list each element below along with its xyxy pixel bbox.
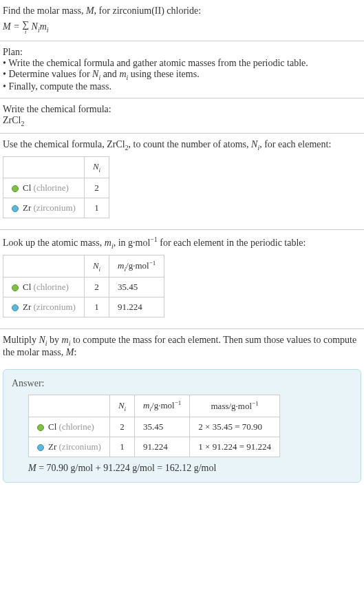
col-mass: mass/g·mol−1 xyxy=(190,395,280,417)
col-element xyxy=(3,157,85,178)
plan-section: Plan: • Write the chemical formula and g… xyxy=(0,41,364,98)
step3-a: Look up the atomic mass, xyxy=(3,238,105,248)
plan-bullet-1: • Write the chemical formula and gather … xyxy=(3,58,361,69)
formula-base: ZrCl xyxy=(3,115,21,125)
var-Ni-2: Ni xyxy=(251,139,259,149)
plan-b2-b: and xyxy=(100,69,119,79)
table-row: Cl (chlorine) 2 35.45 2 × 35.45 = 70.90 xyxy=(29,417,280,437)
var-M-2: M xyxy=(66,347,74,357)
intro-line1b: , for zirconium(II) chloride: xyxy=(94,6,202,16)
elem-name: (chlorine) xyxy=(34,282,69,292)
plan-bullet-3: • Finally, compute the mass. xyxy=(3,81,361,92)
formula-m-sub: i xyxy=(47,26,49,34)
answer-table: Ni mi/g·mol−1 mass/g·mol−1 Cl (chlorine)… xyxy=(28,395,280,457)
element-dot-icon xyxy=(12,185,19,192)
step4-a: Multiply xyxy=(3,335,39,345)
col-n: Ni xyxy=(84,255,109,278)
step3-sup: −1 xyxy=(150,236,157,243)
intro-section: Find the molar mass, M, for zirconium(II… xyxy=(0,0,364,41)
elem-symbol: Zr xyxy=(48,441,56,452)
final-result: M = 70.90 g/mol + 91.224 g/mol = 162.12 … xyxy=(28,463,352,474)
step2-b: , to count the number of atoms, xyxy=(129,139,251,149)
table-row: Zr (zirconium) 1 xyxy=(3,198,109,218)
cell-mass: 1 × 91.224 = 91.224 xyxy=(190,437,280,457)
var-mi-2: mi xyxy=(105,238,114,248)
intro-line1: Find the molar mass, xyxy=(3,6,86,16)
sigma-index: i xyxy=(22,29,29,35)
atomic-mass-table: Ni mi/g·mol−1 Cl (chlorine) 2 35.45 Zr (… xyxy=(3,255,164,317)
cell-n: 2 xyxy=(109,417,134,437)
step4-section: Multiply Ni by mi to compute the mass fo… xyxy=(0,329,364,364)
var-Ni: Ni xyxy=(92,69,100,79)
cell-element: Zr (zirconium) xyxy=(29,437,110,457)
plan-heading: Plan: xyxy=(3,47,361,58)
elem-name: (chlorine) xyxy=(59,421,94,432)
elem-symbol: Cl xyxy=(23,182,31,193)
molar-mass-formula: M = ∑i Nimi xyxy=(3,19,361,35)
col-n-label: N xyxy=(93,260,99,271)
elem-symbol: Cl xyxy=(23,282,31,292)
formula-m: m xyxy=(40,21,47,32)
cell-element: Cl (chlorine) xyxy=(29,417,110,437)
formula-eq: = xyxy=(11,21,22,32)
elem-symbol: Cl xyxy=(48,421,56,432)
cell-n: 1 xyxy=(84,198,109,218)
element-dot-icon xyxy=(12,205,19,212)
atom-count-table: Ni Cl (chlorine) 2 Zr (zirconium) 1 xyxy=(3,156,109,218)
cell-m: 35.45 xyxy=(109,278,164,297)
element-dot-icon xyxy=(37,444,44,451)
step3-c: for each element in the periodic table: xyxy=(158,238,306,248)
cell-n: 1 xyxy=(109,437,134,457)
step2-a: Use the chemical formula, ZrCl xyxy=(3,139,125,149)
final-eq: = 70.90 g/mol + 91.224 g/mol = 162.12 g/… xyxy=(36,463,217,473)
cell-m: 91.224 xyxy=(135,437,190,457)
step3-text: Look up the atomic mass, mi, in g·mol−1 … xyxy=(3,236,361,249)
table-header-row: Ni xyxy=(3,157,109,178)
chemical-formula: ZrCl2 xyxy=(3,115,361,127)
cell-n: 1 xyxy=(84,297,109,317)
step1-heading: Write the chemical formula: xyxy=(3,104,361,115)
table-header-row: Ni mi/g·mol−1 xyxy=(3,255,164,278)
var-mi: mi xyxy=(119,69,128,79)
formula-sub: 2 xyxy=(21,120,24,127)
element-dot-icon xyxy=(12,284,19,291)
table-row: Cl (chlorine) 2 35.45 xyxy=(3,278,164,297)
step2-c: , for each element: xyxy=(259,139,331,149)
elem-name: (chlorine) xyxy=(34,182,69,193)
step2-section: Use the chemical formula, ZrCl2, to coun… xyxy=(0,134,364,230)
step2-text: Use the chemical formula, ZrCl2, to coun… xyxy=(3,139,361,152)
col-n: Ni xyxy=(84,157,109,178)
col-n-label: N xyxy=(118,400,125,410)
var-Ni-3: Ni xyxy=(39,335,47,345)
table-row: Cl (chlorine) 2 xyxy=(3,178,109,198)
cell-element: Zr (zirconium) xyxy=(3,297,85,317)
cell-n: 2 xyxy=(84,178,109,198)
element-dot-icon xyxy=(37,424,44,431)
cell-element: Cl (chlorine) xyxy=(3,178,85,198)
table-row: Zr (zirconium) 1 91.224 1 × 91.224 = 91.… xyxy=(29,437,280,457)
elem-symbol: Zr xyxy=(23,202,31,213)
step4-b: by xyxy=(47,335,62,345)
answer-box: Answer: Ni mi/g·mol−1 mass/g·mol−1 Cl (c… xyxy=(3,369,361,483)
col-m-unit: /g·mol xyxy=(126,261,149,271)
formula-lhs: M xyxy=(3,21,11,32)
plan-b2-a: • Determine values for xyxy=(3,69,92,79)
col-m: mi/g·mol−1 xyxy=(109,255,164,278)
cell-n: 2 xyxy=(84,278,109,297)
plan-b2-c: using these items. xyxy=(128,69,199,79)
formula-N: N xyxy=(32,21,38,32)
table-header-row: Ni mi/g·mol−1 mass/g·mol−1 xyxy=(29,395,280,417)
step4-text: Multiply Ni by mi to compute the mass fo… xyxy=(3,335,361,358)
var-M: M xyxy=(86,6,94,16)
var-mi-3: mi xyxy=(62,335,71,345)
sigma-block: ∑i xyxy=(22,19,29,35)
col-mass-label: mass/g·mol xyxy=(211,401,253,411)
plan-bullet-2: • Determine values for Ni and mi using t… xyxy=(3,69,361,81)
elem-name: (zirconium) xyxy=(34,202,76,213)
col-m-label: m xyxy=(118,261,124,271)
col-m-unit: /g·mol xyxy=(151,400,175,410)
col-m-label: m xyxy=(143,400,149,410)
cell-m: 91.224 xyxy=(109,297,164,317)
answer-heading: Answer: xyxy=(12,378,352,389)
step3-section: Look up the atomic mass, mi, in g·mol−1 … xyxy=(0,230,364,329)
